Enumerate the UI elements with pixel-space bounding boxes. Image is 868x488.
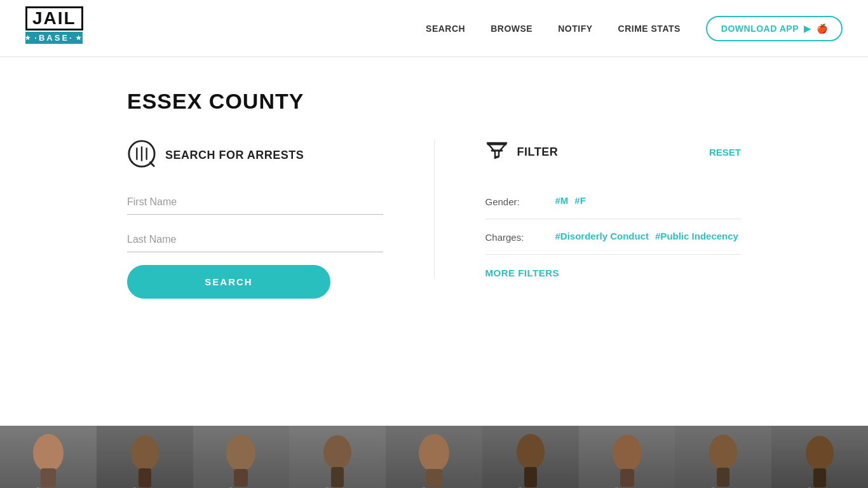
svg-point-11 xyxy=(323,435,351,470)
charges-filter-row: Charges: #Disorderly Conduct #Public Ind… xyxy=(485,219,742,255)
play-icon: ▶ xyxy=(804,24,811,34)
more-filters-button[interactable]: MORE FILTERS xyxy=(485,268,560,278)
nav-search[interactable]: SEARCH xyxy=(426,24,465,34)
photo-item[interactable]: JailBase.com xyxy=(0,426,97,488)
nav-crime-stats[interactable]: CRIME STATS xyxy=(618,24,681,34)
nav-browse[interactable]: BROWSE xyxy=(491,24,532,34)
svg-line-4 xyxy=(150,162,154,166)
photo-item[interactable]: JailBase.com xyxy=(675,426,771,488)
photo-item[interactable]: JailBase.com xyxy=(193,426,290,488)
svg-rect-20 xyxy=(717,468,729,487)
last-name-input[interactable] xyxy=(127,227,383,252)
filter-section: FILTER RESET Gender: #M #F Charges: #Dis… xyxy=(434,139,742,279)
search-section-title: SEARCH FOR ARRESTS xyxy=(165,149,304,162)
svg-rect-10 xyxy=(234,469,248,487)
main-nav: SEARCH BROWSE NOTIFY CRIME STATS DOWNLOA… xyxy=(426,16,843,41)
logo[interactable]: JAIL ★ ·BASE· ★ xyxy=(25,6,83,51)
logo-area: JAIL ★ ·BASE· ★ xyxy=(25,6,83,51)
mugshot-photo: JailBase.com xyxy=(386,426,482,488)
filter-title-group: FILTER xyxy=(485,139,559,165)
nav-notify[interactable]: NOTIFY xyxy=(558,24,592,34)
gender-tag-f[interactable]: #F xyxy=(574,195,586,206)
logo-base-text: ★ ·BASE· ★ xyxy=(25,32,83,44)
photo-item[interactable]: JailBase.com xyxy=(771,426,868,488)
mugshot-photo: JailBase.com xyxy=(579,426,675,488)
mugshot-photo: JailBase.com xyxy=(97,426,193,488)
mugshot-photo: JailBase.com xyxy=(193,426,290,488)
download-app-button[interactable]: DOWNLOAD APP ▶ 🍎 xyxy=(706,16,843,41)
photo-strip: JailBase.com JailBase.com JailBase.com xyxy=(0,426,868,488)
photo-item[interactable]: JailBase.com xyxy=(97,426,193,488)
mugshot-photo: JailBase.com xyxy=(482,426,579,488)
first-name-group xyxy=(127,190,383,215)
charges-tags: #Disorderly Conduct #Public Indecency xyxy=(555,231,738,241)
gender-label: Gender: xyxy=(485,195,536,207)
gender-tags: #M #F xyxy=(555,195,586,206)
mugshot-photo: JailBase.com xyxy=(675,426,771,488)
search-filter-row: SEARCH FOR ARRESTS SEARCH xyxy=(127,139,741,299)
gender-tag-m[interactable]: #M xyxy=(555,195,569,206)
svg-rect-16 xyxy=(524,467,537,487)
svg-point-19 xyxy=(709,435,737,470)
last-name-group xyxy=(127,227,383,252)
reset-button[interactable]: RESET xyxy=(709,147,741,158)
mugshot-photo: JailBase.com xyxy=(289,426,386,488)
photo-item[interactable]: JailBase.com xyxy=(579,426,675,488)
filter-section-title: FILTER xyxy=(517,146,559,159)
svg-rect-12 xyxy=(331,467,344,487)
photo-item[interactable]: JailBase.com xyxy=(386,426,482,488)
page-title: ESSEX COUNTY xyxy=(127,89,741,114)
search-section: SEARCH FOR ARRESTS SEARCH xyxy=(127,139,434,299)
svg-rect-6 xyxy=(41,468,56,487)
filter-icon xyxy=(485,139,508,165)
svg-point-13 xyxy=(419,434,449,472)
charge-tag-indecency[interactable]: #Public Indecency xyxy=(655,231,738,241)
gender-filter-row: Gender: #M #F xyxy=(485,184,742,219)
svg-point-21 xyxy=(806,436,834,470)
charge-tag-disorderly[interactable]: #Disorderly Conduct xyxy=(555,231,649,241)
svg-rect-14 xyxy=(426,469,442,487)
svg-point-7 xyxy=(131,435,159,471)
download-btn-label: DOWNLOAD APP xyxy=(721,24,799,34)
search-section-header: SEARCH FOR ARRESTS xyxy=(127,139,383,171)
svg-rect-22 xyxy=(813,468,826,487)
mugshot-photo: JailBase.com xyxy=(771,426,868,488)
charges-label: Charges: xyxy=(485,231,536,243)
mugshot-photo: JailBase.com xyxy=(0,426,97,488)
svg-point-15 xyxy=(517,434,545,470)
main-content: ESSEX COUNTY SEARCH FOR ARRESTS xyxy=(0,57,868,426)
svg-point-5 xyxy=(33,434,64,472)
search-button[interactable]: SEARCH xyxy=(127,265,330,299)
logo-jail-text: JAIL xyxy=(25,6,83,30)
filter-header: FILTER RESET xyxy=(485,139,742,165)
header: JAIL ★ ·BASE· ★ SEARCH BROWSE NOTIFY CRI… xyxy=(0,0,868,57)
photo-item[interactable]: JailBase.com xyxy=(289,426,386,488)
first-name-input[interactable] xyxy=(127,190,383,215)
search-icon xyxy=(127,139,156,171)
svg-point-17 xyxy=(613,435,642,471)
photo-item[interactable]: JailBase.com xyxy=(482,426,579,488)
apple-icon: 🍎 xyxy=(817,24,828,34)
svg-rect-8 xyxy=(139,468,151,487)
svg-point-9 xyxy=(226,435,255,471)
svg-rect-18 xyxy=(620,469,634,487)
